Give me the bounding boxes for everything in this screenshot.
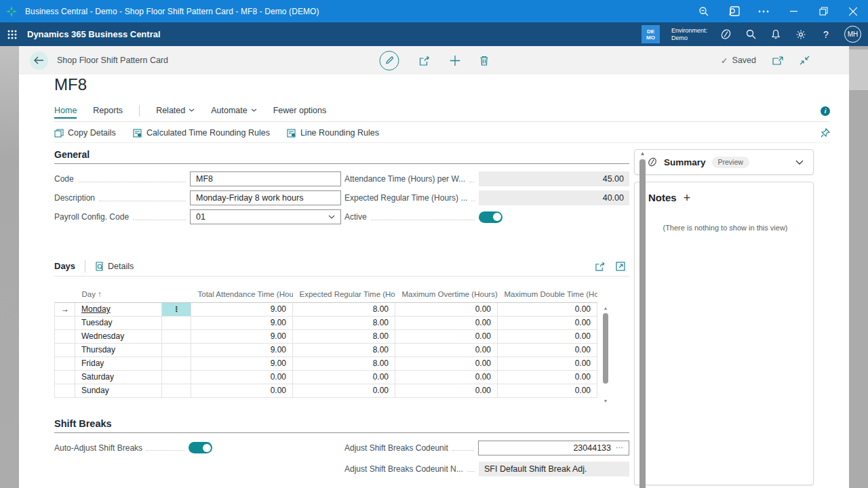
max-overtime-cell[interactable]: 0.00 [395, 329, 498, 343]
gear-icon[interactable] [794, 29, 808, 40]
day-cell[interactable]: Sunday [75, 384, 162, 397]
expected-regular-cell[interactable]: 0.00 [293, 384, 395, 397]
max-overtime-cell[interactable]: 0.00 [395, 370, 498, 384]
max-double-cell[interactable]: 0.00 [498, 302, 597, 316]
bell-icon[interactable] [769, 29, 783, 39]
day-cell[interactable]: Saturday [75, 370, 162, 384]
line-rounding-rules-button[interactable]: Line Rounding Rules [287, 128, 379, 138]
share-icon[interactable] [595, 262, 606, 271]
expected-regular-cell[interactable]: 8.00 [293, 302, 395, 316]
info-icon[interactable]: i [821, 106, 830, 116]
payroll-config-select[interactable]: 01 [190, 209, 341, 224]
focus-mode-icon[interactable] [616, 262, 625, 271]
restore-icon[interactable] [808, 0, 838, 22]
copilot-icon[interactable] [719, 28, 732, 40]
tab-fewer-options[interactable]: Fewer options [273, 106, 327, 119]
total-attendance-cell[interactable]: 0.00 [191, 384, 293, 397]
edit-icon[interactable] [380, 51, 399, 70]
page-caption[interactable]: Shop Floor Shift Pattern Card [57, 56, 168, 65]
max-double-cell[interactable]: 0.00 [498, 384, 597, 397]
max-double-cell[interactable]: 0.00 [498, 329, 597, 343]
table-scrollbar[interactable]: ▲ ▼ [601, 304, 610, 405]
day-cell[interactable]: Thursday [75, 343, 162, 357]
open-in-new-window-icon[interactable] [772, 56, 783, 65]
row-menu-cell[interactable]: ⋮ [162, 329, 191, 343]
brand-title[interactable]: Dynamics 365 Business Central [27, 29, 161, 39]
day-cell[interactable]: Wednesday [75, 329, 162, 343]
day-cell[interactable]: Tuesday [75, 316, 162, 329]
pin-icon[interactable] [821, 128, 830, 138]
total-attendance-cell[interactable]: 9.00 [191, 343, 293, 357]
environment-badge[interactable]: DE MO [642, 25, 660, 43]
scroll-up-icon[interactable]: ▲ [601, 304, 610, 312]
total-attendance-cell[interactable]: 9.00 [191, 316, 293, 329]
table-row[interactable]: → Friday ⋮ 9.00 8.00 0.00 0.00 [55, 357, 597, 370]
row-menu-cell[interactable]: ⋮ [162, 370, 191, 384]
total-attendance-cell[interactable]: 9.00 [191, 302, 293, 316]
table-row[interactable]: → Tuesday ⋮ 9.00 8.00 0.00 0.00 [55, 316, 597, 329]
tab-reports[interactable]: Reports [93, 106, 123, 119]
details-button[interactable]: Details [95, 262, 134, 271]
table-row[interactable]: → Monday ⋮ 9.00 8.00 0.00 0.00 [55, 302, 597, 316]
row-menu-cell[interactable]: ⋮ [162, 384, 191, 397]
assist-edit-icon[interactable]: ⋯ [616, 443, 623, 452]
total-attendance-cell[interactable]: 0.00 [191, 370, 293, 384]
column-header-max-overtime[interactable]: Maximum Overtime (Hours) [395, 289, 498, 302]
tab-home[interactable]: Home [54, 106, 77, 119]
auto-adjust-toggle[interactable] [189, 442, 212, 453]
active-toggle[interactable] [479, 211, 502, 223]
table-row[interactable]: → Saturday ⋮ 0.00 0.00 0.00 0.00 [55, 370, 597, 384]
row-menu-cell[interactable]: ⋮ [162, 357, 191, 370]
codeunit-field[interactable]: 23044133 ⋯ [478, 441, 629, 455]
scroll-up-icon[interactable]: ▲ [637, 149, 648, 158]
max-overtime-cell[interactable]: 0.00 [395, 302, 498, 316]
back-button[interactable] [30, 52, 48, 70]
row-menu-cell[interactable]: ⋮ [162, 316, 191, 329]
tab-automate[interactable]: Automate [211, 106, 257, 119]
copy-details-button[interactable]: Copy Details [54, 128, 116, 138]
help-icon[interactable]: ? [819, 29, 833, 40]
delete-icon[interactable] [480, 56, 489, 66]
table-row[interactable]: → Wednesday ⋮ 9.00 8.00 0.00 0.00 [55, 329, 597, 343]
column-header-total-attendance[interactable]: Total Attendance Time (Hours) [191, 289, 293, 302]
table-row[interactable]: → Sunday ⋮ 0.00 0.00 0.00 0.00 [55, 384, 597, 397]
max-double-cell[interactable]: 0.00 [498, 357, 597, 370]
collapse-icon[interactable] [800, 56, 810, 65]
general-section-heading[interactable]: General [54, 149, 629, 160]
browser-scrollbar-thumb[interactable] [849, 49, 868, 90]
max-double-cell[interactable]: 0.00 [498, 343, 597, 357]
max-overtime-cell[interactable]: 0.00 [395, 357, 498, 370]
column-header-expected-regular[interactable]: Expected Regular Time (Hours) [293, 289, 395, 302]
calculated-time-rounding-rules-button[interactable]: Calculated Time Rounding Rules [133, 128, 270, 138]
left-scrollbar-gutter[interactable] [0, 46, 19, 488]
column-header-max-double[interactable]: Maximum Double Time (Hours) [498, 289, 597, 302]
expected-regular-cell[interactable]: 8.00 [293, 329, 395, 343]
add-icon[interactable] [450, 56, 460, 66]
max-double-cell[interactable]: 0.00 [498, 316, 597, 329]
zoom-search-icon[interactable] [689, 0, 719, 22]
shift-breaks-section-heading[interactable]: Shift Breaks [54, 418, 629, 429]
minimize-icon[interactable] [778, 0, 808, 22]
add-note-button[interactable]: + [684, 193, 691, 203]
tab-related[interactable]: Related [156, 106, 195, 119]
main-scrollbar[interactable]: ▲ ▼ [637, 149, 648, 488]
scroll-down-icon[interactable]: ▼ [601, 396, 610, 405]
row-menu-cell[interactable]: ⋮ [162, 302, 191, 316]
day-cell[interactable]: Friday [75, 357, 162, 370]
column-header-day[interactable]: Day ↑ [75, 289, 162, 302]
days-heading[interactable]: Days [54, 261, 75, 271]
browser-scrollbar[interactable] [849, 46, 868, 488]
row-menu-cell[interactable]: ⋮ [162, 343, 191, 357]
expected-regular-cell[interactable]: 8.00 [293, 316, 395, 329]
day-cell[interactable]: Monday [75, 302, 162, 316]
table-scrollbar-thumb[interactable] [603, 313, 608, 384]
description-field[interactable]: Monday-Friday 8 work hours [190, 190, 341, 205]
expected-regular-cell[interactable]: 0.00 [293, 370, 395, 384]
total-attendance-cell[interactable]: 9.00 [191, 357, 293, 370]
avatar[interactable]: MH [844, 26, 861, 43]
close-icon[interactable] [838, 0, 868, 22]
max-overtime-cell[interactable]: 0.00 [395, 316, 498, 329]
expected-regular-cell[interactable]: 8.00 [293, 357, 395, 370]
max-overtime-cell[interactable]: 0.00 [395, 343, 498, 357]
tab-search-icon[interactable] [719, 0, 749, 22]
